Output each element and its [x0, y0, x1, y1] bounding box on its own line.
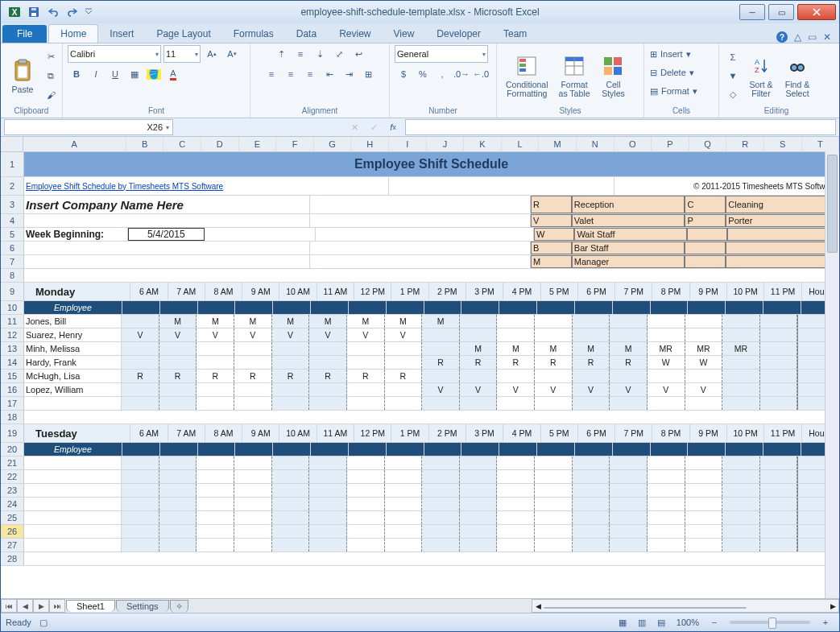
shift-cell[interactable] — [197, 356, 234, 369]
shift-cell[interactable] — [309, 456, 347, 469]
shift-cell[interactable] — [422, 342, 460, 355]
shift-cell[interactable] — [573, 456, 610, 469]
column-header[interactable]: L — [502, 137, 540, 151]
shift-cell[interactable] — [760, 470, 798, 483]
find-select-button[interactable]: Find & Select — [780, 51, 814, 101]
shift-cell[interactable] — [159, 498, 197, 510]
shift-cell[interactable]: M — [422, 315, 460, 328]
shift-cell[interactable] — [197, 470, 234, 483]
shift-cell[interactable] — [497, 511, 535, 524]
shift-cell[interactable] — [309, 498, 347, 510]
copy-icon[interactable]: ⧉ — [42, 67, 60, 85]
shift-cell[interactable]: V — [159, 328, 197, 341]
legend-value[interactable]: Wait Staff — [574, 228, 686, 241]
shift-cell[interactable]: W — [648, 356, 685, 369]
sheet-title[interactable]: Employee Shift Schedule — [24, 152, 839, 176]
shift-cell[interactable] — [460, 470, 498, 483]
font-size-combo[interactable]: 11▾ — [163, 45, 201, 63]
shift-cell[interactable] — [122, 484, 159, 497]
cell[interactable] — [349, 443, 387, 456]
shift-cell[interactable] — [422, 370, 460, 382]
shift-cell[interactable] — [685, 456, 723, 469]
shift-cell[interactable] — [234, 397, 272, 410]
shift-cell[interactable] — [685, 470, 723, 483]
last-sheet-icon[interactable]: ⏭ — [49, 599, 65, 613]
shift-cell[interactable] — [122, 383, 159, 396]
cell[interactable] — [311, 301, 349, 314]
shift-cell[interactable] — [385, 511, 423, 524]
next-sheet-icon[interactable]: ▶ — [33, 599, 49, 613]
shift-cell[interactable] — [685, 484, 723, 497]
shift-cell[interactable] — [309, 342, 347, 355]
help-icon[interactable]: ? — [776, 31, 788, 43]
time-header[interactable]: 7 AM — [168, 424, 205, 442]
shift-cell[interactable]: V — [309, 328, 347, 341]
excel-icon[interactable]: X — [6, 3, 23, 21]
shift-cell[interactable] — [159, 356, 197, 369]
shift-cell[interactable] — [610, 370, 648, 382]
shift-cell[interactable]: V — [347, 328, 385, 341]
delete-cells-button[interactable]: ⊟Delete ▾ — [649, 64, 714, 81]
time-header[interactable]: 9 PM — [690, 283, 727, 300]
cell[interactable] — [424, 443, 462, 456]
shift-cell[interactable]: V — [497, 383, 535, 396]
shift-cell[interactable] — [573, 370, 610, 382]
row-header[interactable]: 14 — [1, 356, 24, 369]
macro-record-icon[interactable]: ▢ — [39, 618, 48, 628]
column-header[interactable]: R — [726, 137, 764, 151]
employee-name[interactable] — [24, 456, 122, 469]
legend-value[interactable]: Cleaning — [726, 196, 839, 213]
column-header[interactable]: M — [539, 137, 577, 151]
align-left-icon[interactable]: ≡ — [263, 65, 280, 83]
shift-cell[interactable] — [573, 539, 610, 551]
shift-cell[interactable] — [309, 539, 347, 551]
shift-cell[interactable]: MR — [722, 342, 760, 355]
shift-cell[interactable]: M — [385, 315, 423, 328]
time-header[interactable]: 1 PM — [391, 424, 428, 442]
day-header[interactable]: Monday — [24, 283, 130, 300]
time-header[interactable]: 8 PM — [652, 283, 689, 300]
cell[interactable] — [387, 301, 424, 314]
time-header[interactable]: 7 PM — [615, 283, 652, 300]
tab-data[interactable]: Data — [285, 25, 328, 43]
shift-cell[interactable] — [535, 315, 573, 328]
shift-cell[interactable] — [122, 539, 159, 551]
row-header[interactable]: 20 — [1, 443, 24, 456]
shift-cell[interactable]: R — [460, 356, 498, 369]
legend-value[interactable] — [727, 228, 839, 241]
shift-cell[interactable] — [497, 456, 535, 469]
shift-cell[interactable]: V — [197, 328, 234, 341]
time-header[interactable]: 8 PM — [652, 424, 689, 442]
cell[interactable] — [763, 443, 801, 456]
shift-cell[interactable]: R — [122, 370, 159, 382]
shift-cell[interactable] — [272, 397, 310, 410]
shift-cell[interactable]: MR — [648, 342, 685, 355]
shift-cell[interactable] — [722, 383, 760, 396]
shift-cell[interactable]: R — [159, 370, 197, 382]
shift-cell[interactable] — [610, 525, 648, 538]
cell[interactable] — [122, 443, 160, 456]
time-header[interactable]: 8 AM — [205, 424, 242, 442]
zoom-out-icon[interactable]: − — [706, 613, 723, 631]
row-header[interactable]: 8 — [1, 269, 24, 282]
legend-key[interactable] — [687, 228, 727, 241]
shift-cell[interactable] — [460, 315, 498, 328]
shift-cell[interactable] — [760, 328, 798, 341]
employee-name[interactable]: Hardy, Frank — [24, 356, 122, 369]
currency-icon[interactable]: $ — [395, 65, 412, 83]
shift-cell[interactable] — [422, 456, 460, 469]
shift-cell[interactable]: R — [385, 370, 423, 382]
shift-cell[interactable] — [460, 456, 498, 469]
horizontal-scrollbar[interactable]: ◀ ▶ — [532, 599, 839, 613]
new-sheet-icon[interactable]: ✧ — [170, 600, 188, 613]
restore-window-icon[interactable]: ▭ — [808, 31, 817, 43]
shift-cell[interactable] — [760, 511, 798, 524]
shift-cell[interactable] — [197, 484, 234, 497]
shift-cell[interactable] — [573, 328, 610, 341]
row-header[interactable]: 3 — [1, 196, 24, 213]
shift-cell[interactable] — [722, 511, 760, 524]
shift-cell[interactable] — [685, 315, 723, 328]
shift-cell[interactable]: V — [272, 328, 310, 341]
shift-cell[interactable] — [347, 484, 385, 497]
time-header[interactable]: 6 AM — [130, 283, 168, 300]
